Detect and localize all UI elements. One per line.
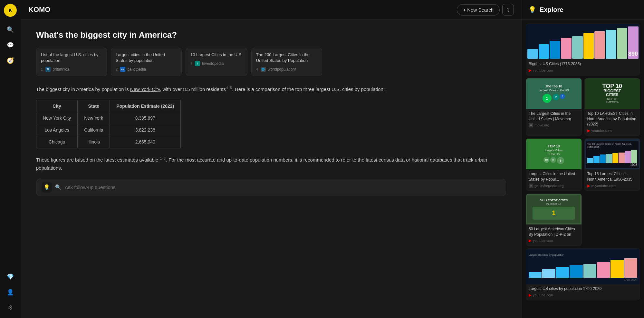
explore-card-title-6: 50 Largest American Cities By Population…: [529, 226, 579, 237]
page-header: KOMO + New Search ⇧: [21, 0, 522, 20]
source-cards-list: List of the largest U.S. cities by popul…: [36, 48, 506, 76]
explore-card-info-5: Top 15 Largest Cities in North America, …: [585, 169, 640, 191]
source-meta-3: 3 i investopedia: [190, 61, 243, 66]
answer-footnote: These figures are based on the latest es…: [36, 156, 506, 172]
followup-bar: 💡 🔍: [36, 179, 506, 196]
explore-card-source-1: ▶ youtube.com: [529, 68, 637, 73]
table-cell-city-3: Chicago: [36, 136, 78, 148]
sidebar-item-premium[interactable]: 💎: [4, 270, 17, 283]
citation-8: 8: [164, 157, 166, 160]
sidebar-item-discover[interactable]: 🧭: [4, 54, 17, 67]
share-button[interactable]: ⇧: [502, 4, 514, 15]
explore-card-us-cities-history[interactable]: Largest US cities by population 1790-202…: [526, 248, 640, 300]
city-link[interactable]: New York City: [130, 86, 160, 92]
table-row: Chicago Illinois 2,665,040: [36, 136, 181, 148]
source-card-2[interactable]: Largest cities in the United States by p…: [111, 48, 182, 76]
explore-header: 💡 Explore: [522, 0, 644, 20]
youtube-icon-5: ▶: [587, 184, 590, 188]
source-card-3[interactable]: 10 Largest Cities in the U.S. 3 i invest…: [186, 48, 247, 76]
content-area: What's the biggest city in America? List…: [21, 20, 522, 318]
explore-grid: 890 Biggest US Cities (1776-2035) ▶ yout…: [522, 20, 644, 304]
youtube-icon-6: ▶: [529, 238, 532, 243]
table-cell-state-3: Illinois: [78, 136, 110, 148]
explore-thumb-5: Top 15 Largest Cities in North America, …: [585, 139, 640, 169]
app-title: KOMO: [28, 5, 457, 14]
table-cell-state-1: New York: [78, 112, 110, 124]
explore-card-source-3: ▶ youtube.com: [587, 128, 638, 133]
population-table: City State Population Estimate (2022) Ne…: [36, 100, 181, 148]
explore-card-info-1: Biggest US Cities (1776-2035) ▶ youtube.…: [526, 59, 640, 75]
source-title-4: The 200 Largest Cities in the United Sta…: [256, 52, 317, 64]
followup-icon: 💡: [42, 182, 52, 193]
source-title-2: Largest cities in the United States by p…: [116, 52, 177, 64]
citation-1: 1: [160, 157, 162, 160]
explore-card-info-7: Largest US cities by population 1790-202…: [526, 284, 640, 300]
favicon-worldpop: 🌐: [261, 67, 266, 72]
explore-card-geeksforgeeks[interactable]: TOP 10 Largest Cities in the US 10 9 1 L…: [526, 138, 582, 191]
youtube-icon: ▶: [529, 68, 532, 73]
table-row: New York City New York 8,335,897: [36, 112, 181, 124]
explore-card-info-2: The Largest Cities in the United States …: [526, 109, 582, 130]
explore-card-title-1: Biggest US Cities (1776-2035): [529, 61, 637, 67]
page-title: What's the biggest city in America?: [36, 30, 506, 40]
explore-card-50-largest[interactable]: 50 LARGEST CITIES IN AMERICA 1 50 Larges…: [526, 194, 582, 246]
explore-card-top10-north-america[interactable]: TOP 10 BIGGEST CITIES NORTH AMERICA Top …: [584, 78, 640, 136]
explore-icon: 💡: [528, 6, 536, 14]
source-card-1[interactable]: List of the largest U.S. cities by popul…: [36, 48, 107, 76]
explore-thumb-6: 50 LARGEST CITIES IN AMERICA 1: [526, 194, 582, 224]
site-icon-geeks: G: [529, 184, 533, 188]
main-content: KOMO + New Search ⇧ What's the biggest c…: [21, 0, 522, 318]
citation-4: 4: [226, 86, 228, 90]
explore-thumb-7: Largest US cities by population 1790-202…: [526, 249, 640, 284]
explore-card-info-4: Largest Cities in the United States by P…: [526, 169, 582, 191]
explore-card-largest-cities[interactable]: The Top 10 Largest Cities in the US 1 2 …: [526, 78, 582, 136]
app-logo[interactable]: K: [4, 4, 17, 17]
table-cell-pop-2: 3,822,238: [110, 124, 181, 136]
explore-card-title-4: Largest Cities in the United States by P…: [529, 171, 579, 182]
source-meta-1: 1 B britannica: [41, 67, 102, 72]
explore-card-title-2: The Largest Cities in the United States …: [529, 111, 579, 122]
sidebar: K 🔍 💬 🧭 💎 👤 ⚙: [0, 0, 21, 318]
source-title-3: 10 Largest Cities in the U.S.: [190, 52, 243, 58]
explore-title: Explore: [540, 6, 563, 14]
explore-card-source-5: ▶ m.youtube.com: [587, 184, 638, 188]
explore-thumb-1: 890: [526, 24, 640, 59]
source-card-4[interactable]: The 200 Largest Cities in the United Sta…: [251, 48, 322, 76]
table-header-city: City: [36, 100, 78, 112]
citation-5: 5: [230, 86, 232, 90]
explore-card-source-4: G geeksforgeeks.org: [529, 184, 579, 188]
new-search-button[interactable]: + New Search: [457, 4, 500, 15]
share-icon: ⇧: [506, 7, 510, 13]
explore-card-source-7: ▶ youtube.com: [529, 293, 637, 297]
source-title-1: List of the largest U.S. cities by popul…: [41, 52, 102, 64]
explore-card-top15[interactable]: Top 15 Largest Cities in North America, …: [584, 138, 640, 191]
sidebar-item-chat[interactable]: 💬: [4, 39, 17, 52]
site-icon-move: M: [529, 123, 533, 127]
explore-card-biggest-us-cities[interactable]: 890 Biggest US Cities (1776-2035) ▶ yout…: [526, 24, 640, 75]
explore-panel: 💡 Explore 890: [522, 0, 644, 318]
sidebar-item-search[interactable]: 🔍: [4, 23, 17, 36]
table-header-population: Population Estimate (2022): [110, 100, 181, 112]
favicon-britannica: B: [45, 67, 51, 72]
explore-thumb-2: The Top 10 Largest Cities in the US 1 2 …: [526, 78, 582, 109]
table-cell-pop-3: 2,665,040: [110, 136, 181, 148]
favicon-ballotpedia: BP: [120, 67, 125, 72]
answer-paragraph: The biggest city in America by populatio…: [36, 85, 506, 94]
explore-thumb-4: TOP 10 Largest Cities in the US 10 9 1: [526, 139, 582, 169]
explore-card-source-2: M move.org: [529, 123, 579, 127]
search-icon-small: 🔍: [55, 184, 62, 190]
table-row: Los Angeles California 3,822,238: [36, 124, 181, 136]
explore-card-title-5: Top 15 Largest Cities in North America, …: [587, 171, 638, 182]
explore-thumb-3: TOP 10 BIGGEST CITIES NORTH AMERICA: [585, 78, 640, 109]
youtube-icon-7: ▶: [529, 293, 532, 297]
sidebar-item-settings[interactable]: ⚙: [4, 301, 17, 314]
explore-card-source-6: ▶ youtube.com: [529, 238, 579, 243]
explore-card-info-6: 50 Largest American Cities By Population…: [526, 224, 582, 246]
explore-card-info-3: Top 10 LARGEST Cities in North America b…: [585, 109, 640, 135]
table-header-state: State: [78, 100, 110, 112]
table-cell-state-2: California: [78, 124, 110, 136]
followup-input[interactable]: [65, 184, 501, 190]
table-cell-city-1: New York City: [36, 112, 78, 124]
sidebar-item-account[interactable]: 👤: [4, 286, 17, 299]
source-meta-4: 4 🌐 worldpopulationr: [256, 67, 317, 72]
